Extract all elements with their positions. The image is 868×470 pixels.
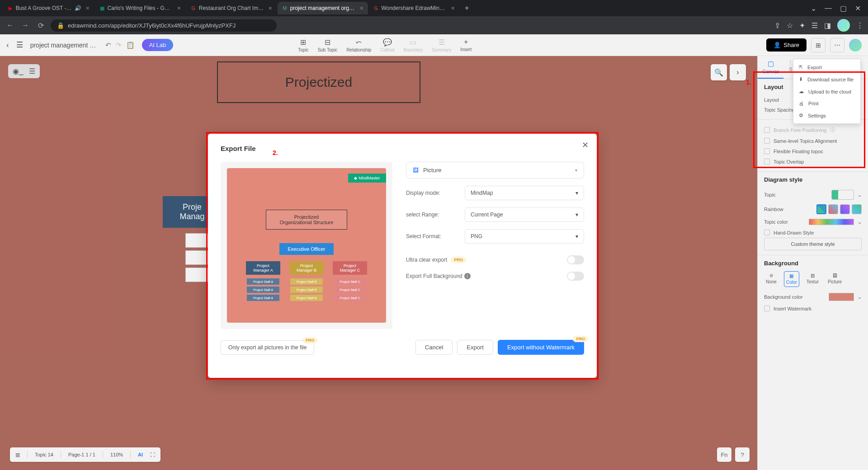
gear-icon: ⚙ xyxy=(799,113,803,118)
close-icon[interactable]: × xyxy=(86,5,90,12)
preview-node: Project Staff A xyxy=(247,278,279,285)
bookmark-icon[interactable]: ☆ xyxy=(787,21,793,30)
preview-node: Project Staff C xyxy=(334,278,366,285)
annotation-label: 2. xyxy=(273,149,278,156)
display-mode-label: Display mode: xyxy=(406,190,465,196)
browser-tab-active[interactable]: M project management organizatio × xyxy=(278,2,368,14)
browser-tab-strip: ▶ Bust A Groove OST - CHEMIC 🔊 × ▦ Carlo… xyxy=(0,0,868,16)
audio-icon[interactable]: 🔊 xyxy=(75,5,81,11)
only-export-pictures-button[interactable]: Only export all pictures in the file PRO xyxy=(221,340,314,355)
url-text: edrawmind.com/app/editor/XJTy6iyt0cXx4f6… xyxy=(68,22,236,29)
cancel-button[interactable]: Cancel xyxy=(415,340,453,355)
preview-node: ProjectManager C xyxy=(333,261,367,275)
export-form: 🖼 Picture ▾ Display mode: MindMap▾ selec… xyxy=(406,162,584,334)
chevron-down-icon: ▾ xyxy=(575,168,577,173)
preview-node: Project Staff B xyxy=(290,278,323,285)
lock-icon: 🔒 xyxy=(57,22,64,29)
address-bar: ← → ⟳ 🔒 edrawmind.com/app/editor/XJTy6iy… xyxy=(0,16,868,34)
preview-image: ◆MindMaster ProjectizedOrganizational St… xyxy=(227,168,386,323)
tab-title: Wondershare EdrawMind Review xyxy=(381,5,446,11)
forward-icon[interactable]: → xyxy=(20,21,31,29)
sheets-icon: ▦ xyxy=(99,5,105,11)
new-tab-button[interactable]: + xyxy=(460,4,473,12)
preview-node: Project Staff B xyxy=(290,287,323,293)
share-page-icon[interactable]: ⇪ xyxy=(774,21,780,30)
extension-icon[interactable]: ✦ xyxy=(799,21,805,30)
preview-root: ProjectizedOrganizational Structure xyxy=(266,210,347,230)
export-button[interactable]: Export xyxy=(457,340,493,355)
range-label: select Range: xyxy=(406,212,465,218)
site-icon: G xyxy=(191,5,196,11)
chevron-down-icon: ▾ xyxy=(576,233,578,240)
preview-node: Project Staff A xyxy=(247,295,279,301)
url-input[interactable]: 🔒 edrawmind.com/app/editor/XJTy6iyt0cXx4… xyxy=(51,19,277,32)
pro-badge: PRO xyxy=(451,257,466,263)
chevron-down-icon[interactable]: ⌄ xyxy=(811,4,816,13)
menu-print[interactable]: 🖨Print xyxy=(793,98,860,109)
edrawmind-icon: M xyxy=(282,5,288,11)
youtube-icon: ▶ xyxy=(8,5,13,11)
tab-title: Restaurant Org Chart Importanc xyxy=(199,5,264,11)
cloud-icon: ☁ xyxy=(799,89,804,94)
preview-node: Project Staff C xyxy=(334,287,366,293)
watermark-badge: ◆MindMaster xyxy=(348,174,386,183)
logo-icon: ◆ xyxy=(354,176,357,180)
tab-title: Bust A Groove OST - CHEMIC xyxy=(16,5,72,11)
download-icon: ⬇ xyxy=(799,76,803,82)
close-icon[interactable]: × xyxy=(360,5,363,12)
export-no-watermark-button[interactable]: Export without Watermark PRO xyxy=(498,340,584,355)
range-select[interactable]: Current Page▾ xyxy=(465,207,584,222)
export-modal: Export File 2. ✕ ◆MindMaster Projectized… xyxy=(208,134,597,378)
ultra-toggle[interactable] xyxy=(567,255,584,264)
browser-tab[interactable]: ▦ Carlo's Writing Files - Google Sh × xyxy=(95,2,185,14)
menu-upload[interactable]: ☁Upload to the cloud xyxy=(793,85,860,98)
app-root: ‹ ☰ project management orga... ↶ ↷ 📋 AI … xyxy=(0,34,868,470)
full-bg-toggle[interactable] xyxy=(567,272,584,281)
browser-tab[interactable]: G Wondershare EdrawMind Review × xyxy=(369,2,459,14)
menu-download[interactable]: ⬇Download source file xyxy=(793,73,860,85)
format-select[interactable]: PNG▾ xyxy=(465,229,584,244)
print-icon: 🖨 xyxy=(799,101,804,106)
export-preview: ◆MindMaster ProjectizedOrganizational St… xyxy=(221,162,392,329)
preview-node: Project Staff A xyxy=(247,287,279,293)
reading-list-icon[interactable]: ☰ xyxy=(811,21,818,30)
preview-node: Project Staff C xyxy=(334,295,366,301)
tab-title: Carlo's Writing Files - Google Sh xyxy=(108,5,173,11)
display-mode-select[interactable]: MindMap▾ xyxy=(465,186,584,200)
info-icon[interactable]: i xyxy=(464,273,471,279)
preview-node: ProjectManager B xyxy=(289,261,324,275)
chevron-down-icon: ▾ xyxy=(576,190,578,196)
preview-node: ProjectManager A xyxy=(246,261,280,275)
kebab-menu-icon[interactable]: ⋮ xyxy=(856,21,863,30)
export-icon: ⇱ xyxy=(799,64,803,70)
site-icon: G xyxy=(373,5,378,11)
tab-title: project management organizatio xyxy=(290,5,355,11)
browser-tab[interactable]: G Restaurant Org Chart Importanc × xyxy=(186,2,277,14)
close-window-icon[interactable]: ✕ xyxy=(855,4,861,13)
chevron-down-icon: ▾ xyxy=(576,212,578,218)
close-icon[interactable]: × xyxy=(177,5,181,12)
ultra-label: Ultra clear export xyxy=(406,257,447,263)
pro-badge: PRO xyxy=(302,337,318,343)
close-icon[interactable]: × xyxy=(451,5,455,12)
back-icon[interactable]: ← xyxy=(5,21,15,29)
reload-icon[interactable]: ⟳ xyxy=(35,21,46,30)
menu-export[interactable]: ⇱Export xyxy=(793,61,860,73)
browser-tab[interactable]: ▶ Bust A Groove OST - CHEMIC 🔊 × xyxy=(4,2,94,14)
export-type-select[interactable]: 🖼 Picture ▾ xyxy=(406,162,584,179)
more-menu: ⇱Export ⬇Download source file ☁Upload to… xyxy=(793,59,861,124)
profile-avatar-icon[interactable] xyxy=(837,19,850,32)
annotation-label: 1. xyxy=(746,79,751,86)
minimize-icon[interactable]: — xyxy=(825,4,832,13)
preview-node: Project Staff B xyxy=(290,295,323,301)
modal-close-button[interactable]: ✕ xyxy=(582,140,589,150)
maximize-icon[interactable]: ▢ xyxy=(840,4,847,13)
modal-title: Export File xyxy=(221,145,256,152)
close-icon[interactable]: × xyxy=(269,5,272,12)
preview-node: Executive Officer xyxy=(279,243,334,255)
pro-badge: PRO xyxy=(573,336,588,342)
sidebar-icon[interactable]: ◨ xyxy=(824,21,831,30)
full-bg-label: Export Full Background xyxy=(406,273,462,279)
menu-settings[interactable]: ⚙Settings xyxy=(793,109,860,122)
format-label: Select Format: xyxy=(406,233,465,240)
